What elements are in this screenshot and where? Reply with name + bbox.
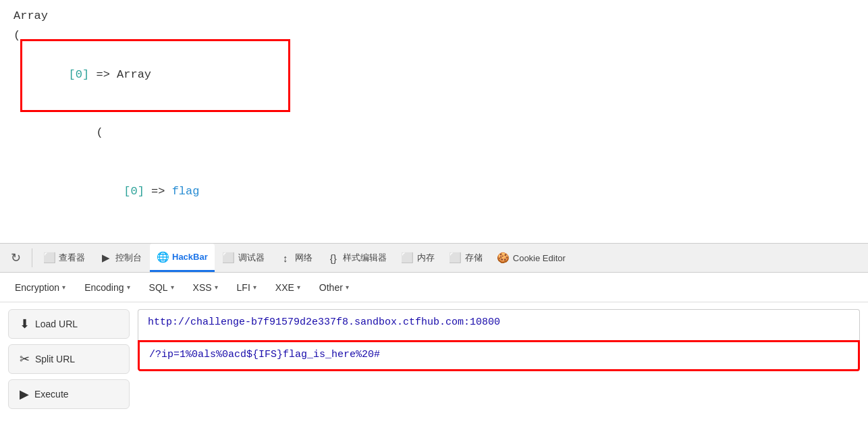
encryption-caret: ▾ — [62, 283, 65, 291]
tab-item-debugger[interactable]: ⬜ 调试器 — [216, 244, 271, 272]
tab-item-inspector[interactable]: ⬜ 查看器 — [36, 244, 92, 272]
load-url-icon: ⬇ — [20, 317, 30, 331]
encoding-label: Encoding — [84, 282, 124, 293]
cookie-editor-icon: 🍪 — [497, 252, 510, 264]
split-url-icon: ✂ — [20, 352, 30, 366]
inspector-icon: ⬜ — [43, 252, 55, 264]
sql-menu[interactable]: SQL ▾ — [141, 278, 182, 297]
hackbar-icon: 🌐 — [157, 251, 169, 263]
url-bottom[interactable]: /?ip=1%0als%0acd${IFS}flag_is_here%20# — [138, 340, 860, 371]
tab-item-style-editor[interactable]: {} 样式编辑器 — [321, 244, 394, 272]
execute-icon: ▶ — [20, 387, 29, 402]
execute-label: Execute — [34, 389, 69, 400]
tab-label-network: 网络 — [295, 252, 313, 264]
hackbar-menu: Encryption ▾ Encoding ▾ SQL ▾ XSS ▾ LFI … — [0, 273, 868, 302]
action-buttons: ⬇ Load URL ✂ Split URL ▶ Execute — [8, 309, 130, 409]
tab-item-refresh[interactable]: ↻ — [4, 244, 28, 272]
sql-label: SQL — [149, 282, 168, 293]
lfi-caret: ▾ — [253, 283, 256, 291]
encryption-menu[interactable]: Encryption ▾ — [7, 278, 74, 297]
url-area: http://challenge-b7f91579d2e337f8.sandbo… — [138, 309, 860, 371]
tab-label-cookie-editor: Cookie Editor — [513, 253, 566, 263]
code-line: ( — [13, 26, 855, 46]
load-url-button[interactable]: ⬇ Load URL — [8, 309, 130, 339]
network-icon: ↕ — [279, 252, 292, 264]
other-menu[interactable]: Other ▾ — [311, 278, 357, 297]
tab-item-storage[interactable]: ⬜ 存储 — [443, 244, 489, 272]
tab-label-console: 控制台 — [115, 252, 142, 264]
other-label: Other — [319, 282, 343, 293]
load-url-label: Load URL — [35, 319, 78, 329]
lfi-label: LFI — [237, 282, 250, 293]
xss-menu[interactable]: XSS ▾ — [185, 278, 226, 297]
code-line: Array — [13, 7, 855, 26]
tab-item-hackbar[interactable]: 🌐 HackBar — [150, 244, 215, 272]
xxe-caret: ▾ — [297, 283, 300, 291]
sql-caret: ▾ — [171, 283, 174, 291]
code-line: [0] => Array — [13, 46, 855, 105]
bottom-panel: ⬇ Load URL ✂ Split URL ▶ Execute http://… — [0, 302, 868, 436]
tab-label-storage: 存储 — [465, 252, 483, 264]
tab-item-console[interactable]: ▶ 控制台 — [93, 244, 148, 272]
xxe-label: XXE — [275, 282, 294, 293]
other-caret: ▾ — [346, 283, 349, 291]
lfi-menu[interactable]: LFI ▾ — [229, 278, 265, 297]
xxe-menu[interactable]: XXE ▾ — [267, 278, 308, 297]
tab-label-debugger: 调试器 — [238, 252, 265, 264]
code-line: [0] => flag — [13, 163, 855, 221]
code-output: Array ( [0] => Array ( [0] => flag [1] =… — [0, 0, 868, 243]
url-top[interactable]: http://challenge-b7f91579d2e337f8.sandbo… — [138, 309, 860, 340]
tab-label-hackbar: HackBar — [172, 252, 208, 262]
tab-bar: ↻ ⬜ 查看器 ▶ 控制台 🌐 HackBar ⬜ 调试器 ↕ 网络 {} 样式… — [0, 243, 868, 273]
tab-label-style-editor: 样式编辑器 — [343, 252, 387, 264]
memory-icon: ⬜ — [402, 252, 414, 264]
xss-caret: ▾ — [215, 283, 218, 291]
storage-icon: ⬜ — [450, 252, 462, 264]
tab-item-cookie-editor[interactable]: 🍪 Cookie Editor — [491, 244, 572, 272]
code-line: ( — [13, 104, 855, 163]
style-editor-icon: {} — [327, 252, 340, 264]
tab-item-network[interactable]: ↕ 网络 — [273, 244, 319, 272]
tab-item-memory[interactable]: ⬜ 内存 — [395, 244, 441, 272]
debugger-icon: ⬜ — [223, 252, 235, 264]
code-line: [1] => — [13, 221, 855, 243]
tab-label-inspector: 查看器 — [59, 252, 85, 264]
split-url-button[interactable]: ✂ Split URL — [8, 344, 130, 374]
xss-label: XSS — [193, 282, 212, 293]
tab-label-memory: 内存 — [417, 252, 435, 264]
console-icon: ▶ — [100, 252, 112, 264]
separator — [32, 248, 32, 267]
encoding-menu[interactable]: Encoding ▾ — [76, 278, 138, 297]
split-url-label: Split URL — [35, 354, 75, 364]
encryption-label: Encryption — [15, 282, 59, 293]
execute-button[interactable]: ▶ Execute — [8, 379, 130, 409]
encoding-caret: ▾ — [127, 283, 130, 291]
